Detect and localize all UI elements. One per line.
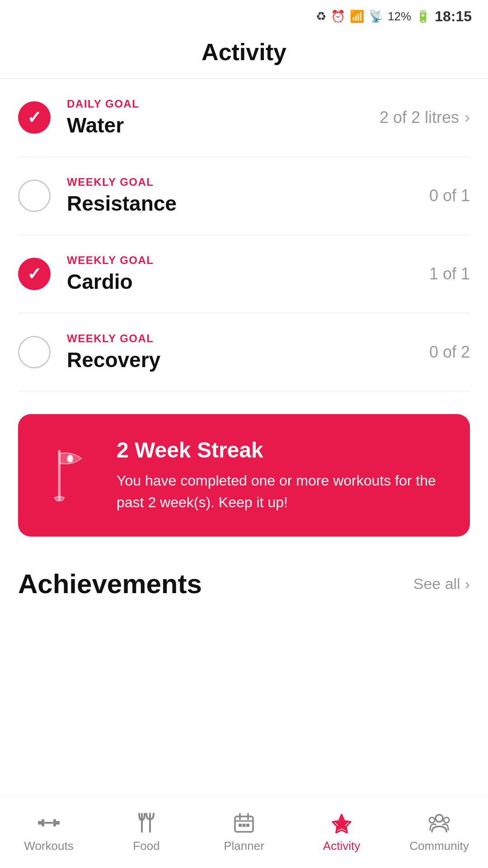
nav-item-community[interactable]: Community xyxy=(390,804,488,860)
goal-item-recovery[interactable]: WEEKLY GOAL Recovery 0 of 2 xyxy=(18,313,470,392)
see-all-label: See all xyxy=(413,575,460,593)
food-icon xyxy=(135,811,158,835)
cardio-goal-name: Cardio xyxy=(67,269,413,294)
nav-item-workouts[interactable]: Workouts xyxy=(0,804,98,860)
goals-list: ✓ DAILY GOAL Water 2 of 2 litres › WEEKL… xyxy=(0,79,488,392)
streak-card: 2 Week Streak You have completed one or … xyxy=(18,414,470,537)
recovery-progress: 0 of 2 xyxy=(429,343,470,362)
status-bar: ♻ ⏰ 📶 📡 12% 🔋 18:15 xyxy=(0,0,488,29)
svg-rect-14 xyxy=(239,824,242,827)
recovery-goal-type: WEEKLY GOAL xyxy=(67,332,413,345)
water-goal-name: Water xyxy=(67,113,363,137)
svg-point-19 xyxy=(444,817,449,823)
community-icon xyxy=(427,811,451,835)
alarm-icon: ⏰ xyxy=(331,9,345,24)
achievements-header: Achievements See all › xyxy=(18,568,470,599)
svg-point-17 xyxy=(436,815,443,822)
signal-icon: 📡 xyxy=(369,9,383,24)
recovery-checkbox xyxy=(18,336,51,368)
streak-title: 2 Week Streak xyxy=(117,438,448,462)
svg-point-18 xyxy=(429,817,435,823)
activity-nav-label: Activity xyxy=(323,839,360,853)
cardio-progress-text: 1 of 1 xyxy=(429,264,470,283)
battery-icon: 🔋 xyxy=(416,9,430,24)
page-title: Activity xyxy=(0,29,488,79)
planner-icon xyxy=(232,811,256,835)
status-icons: ♻ ⏰ 📶 📡 12% 🔋 18:15 xyxy=(316,8,472,25)
checkmark-icon-cardio: ✓ xyxy=(27,265,42,283)
community-nav-label: Community xyxy=(409,839,469,853)
achievements-title: Achievements xyxy=(18,568,202,599)
recycle-icon: ♻ xyxy=(316,9,326,24)
water-progress-text: 2 of 2 litres xyxy=(380,108,459,127)
nav-item-food[interactable]: Food xyxy=(98,804,195,860)
see-all-button[interactable]: See all › xyxy=(413,575,470,593)
goal-item-resistance[interactable]: WEEKLY GOAL Resistance 0 of 1 xyxy=(18,157,470,235)
svg-rect-4 xyxy=(42,819,44,826)
see-all-chevron-icon: › xyxy=(465,575,470,593)
recovery-progress-text: 0 of 2 xyxy=(429,343,470,362)
nav-item-activity[interactable]: Activity xyxy=(293,804,390,860)
water-goal-type: DAILY GOAL xyxy=(67,98,363,110)
cardio-goal-type: WEEKLY GOAL xyxy=(67,254,413,267)
resistance-checkbox xyxy=(18,179,51,212)
bottom-nav: Workouts Food Planner Activity xyxy=(0,796,488,868)
resistance-progress-text: 0 of 1 xyxy=(429,186,470,205)
achievements-section: Achievements See all › xyxy=(0,559,488,627)
nav-item-planner[interactable]: Planner xyxy=(195,804,293,860)
svg-rect-16 xyxy=(246,824,249,827)
food-nav-label: Food xyxy=(133,839,160,853)
svg-rect-15 xyxy=(243,824,246,827)
svg-rect-3 xyxy=(56,821,60,825)
wifi-icon: 📶 xyxy=(350,9,364,24)
planner-nav-label: Planner xyxy=(224,839,264,853)
resistance-goal-name: Resistance xyxy=(67,191,413,216)
recovery-info: WEEKLY GOAL Recovery xyxy=(67,332,413,372)
cardio-info: WEEKLY GOAL Cardio xyxy=(67,254,413,294)
cardio-checkbox: ✓ xyxy=(18,258,51,290)
goal-item-cardio[interactable]: ✓ WEEKLY GOAL Cardio 1 of 1 xyxy=(18,235,470,313)
recovery-goal-name: Recovery xyxy=(67,348,413,372)
water-checkbox: ✓ xyxy=(18,101,51,134)
activity-icon xyxy=(330,811,353,835)
water-info: DAILY GOAL Water xyxy=(67,98,363,137)
svg-rect-2 xyxy=(38,821,42,825)
workouts-icon xyxy=(37,811,61,835)
cardio-progress: 1 of 1 xyxy=(429,264,470,283)
water-progress: 2 of 2 litres › xyxy=(380,108,470,127)
streak-flag-icon xyxy=(40,446,99,505)
svg-rect-5 xyxy=(53,819,56,826)
checkmark-icon: ✓ xyxy=(27,109,42,126)
resistance-goal-type: WEEKLY GOAL xyxy=(67,176,413,189)
time-display: 18:15 xyxy=(435,8,472,25)
water-chevron-icon: › xyxy=(465,108,470,127)
streak-description: You have completed one or more workouts … xyxy=(117,470,448,513)
resistance-progress: 0 of 1 xyxy=(429,186,470,205)
battery-percent: 12% xyxy=(388,9,411,24)
goal-item-water[interactable]: ✓ DAILY GOAL Water 2 of 2 litres › xyxy=(18,79,470,157)
svg-rect-6 xyxy=(44,822,53,824)
workouts-nav-label: Workouts xyxy=(24,839,73,853)
resistance-info: WEEKLY GOAL Resistance xyxy=(67,176,413,216)
streak-text-content: 2 Week Streak You have completed one or … xyxy=(117,438,448,513)
